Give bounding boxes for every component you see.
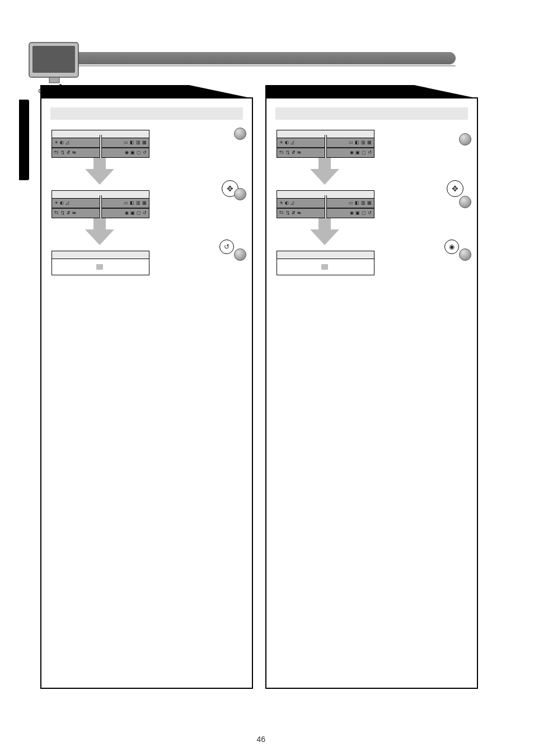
result-panel (277, 251, 374, 275)
left-steps: ☀ ◐ ◿ ▭ ◧ ▥ ▦ ⮀ ⮁ ⇵ ⇆ (49, 130, 244, 280)
hsize-icon: ◧ (355, 140, 359, 145)
svg-rect-2 (49, 77, 59, 83)
reset-icon: ↺ (143, 151, 147, 155)
vsize-icon: ▥ (136, 140, 140, 145)
osd-icon-row-2: ⮀ ⮁ ⇵ ⇆ ◉ ▣ ▢ ↺ (277, 209, 374, 218)
flow-arrow-icon (85, 169, 114, 185)
info-icon: ▣ (355, 151, 360, 155)
pincushion-icon: ▦ (142, 140, 147, 145)
reset-icon: ↺ (368, 211, 372, 215)
contrast-icon: ◐ (60, 140, 64, 145)
arrow-button-callout-icon: ✥ (447, 180, 463, 197)
page-side-tab (19, 100, 29, 180)
temp-icon: ⇵ (292, 211, 296, 215)
language-icon: ◉ (125, 151, 129, 155)
temp-icon: ⇵ (67, 211, 71, 215)
step-dot-3-icon (234, 248, 246, 261)
degauss-icon: ⇆ (72, 211, 76, 215)
osd-icon-row-2: ⮀ ⮁ ⇵ ⇆ ◉ ▣ ▢ ↺ (52, 209, 149, 218)
hpos-icon: ▭ (124, 140, 128, 145)
right-step-2: ✥ ☀ ◐ ◿ ▭ ◧ ▥ ▦ (277, 190, 469, 218)
result-panel (51, 251, 149, 275)
step-dot-1-icon (234, 128, 246, 140)
language-icon: ◉ (350, 211, 354, 215)
result-body (277, 259, 374, 275)
content-columns: ☀ ◐ ◿ ▭ ◧ ▥ ▦ ⮀ ⮁ ⇵ ⇆ (40, 97, 478, 689)
result-body (52, 259, 149, 275)
osd-panel: ☀ ◐ ◿ ▭ ◧ ▥ ▦ ⮀ ⮁ ⇵ ⇆ (277, 130, 374, 158)
flow-arrow-icon (85, 229, 114, 245)
osdpos-icon: ▢ (137, 211, 141, 215)
contrast-icon: ◐ (60, 201, 64, 205)
hpos-icon: ▭ (349, 201, 353, 205)
pincushion-icon: ▦ (367, 201, 372, 205)
zoom-icon: ⮀ (54, 151, 59, 155)
left-panel: ☀ ◐ ◿ ▭ ◧ ▥ ▦ ⮀ ⮁ ⇵ ⇆ (40, 97, 253, 689)
right-panel-title (275, 107, 468, 120)
osd-panel: ☀ ◐ ◿ ▭ ◧ ▥ ▦ ⮀ ⮁ ⇵ ⇆ (51, 190, 149, 218)
banner-bar (78, 52, 456, 64)
banner-shadow (78, 65, 456, 67)
osd-panel: ☀ ◐ ◿ ▭ ◧ ▥ ▦ ⮀ ⮁ ⇵ ⇆ (277, 190, 374, 218)
step-dot-1-icon (459, 133, 471, 145)
hsize-icon: ◧ (355, 201, 359, 205)
brightness-icon: ☀ (54, 140, 58, 145)
degauss-icon: ⇆ (297, 151, 301, 155)
trapezoid-icon: ◿ (65, 201, 69, 205)
trapezoid-icon: ◿ (291, 140, 294, 145)
trapezoid-icon: ◿ (291, 201, 294, 205)
right-step-3 (277, 251, 469, 275)
right-step-1: ☀ ◐ ◿ ▭ ◧ ▥ ▦ ⮀ ⮁ ⇵ ⇆ (277, 130, 469, 158)
vsize-icon: ▥ (136, 201, 140, 205)
left-step-2: ✥ ☀ ◐ ◿ ▭ ◧ ▥ ▦ (51, 190, 244, 218)
contrast-icon: ◐ (285, 140, 289, 145)
result-indicator-icon (96, 264, 103, 270)
step-dot-3-icon (459, 248, 471, 261)
hsize-icon: ◧ (130, 201, 134, 205)
pincushion-icon: ▦ (142, 201, 147, 205)
degauss-icon: ⇆ (297, 211, 301, 215)
temp-icon: ⇵ (67, 151, 71, 155)
brightness-icon: ☀ (54, 201, 58, 205)
page-banner (39, 44, 456, 75)
right-panel-header-shape (265, 85, 478, 98)
zoom-icon: ⮀ (54, 211, 59, 215)
hsize-icon: ◧ (130, 140, 134, 145)
rotation-icon: ⮁ (285, 211, 290, 215)
hpos-icon: ▭ (349, 140, 353, 145)
rotation-icon: ⮁ (60, 211, 65, 215)
brightness-icon: ☀ (279, 201, 283, 205)
degauss-icon: ⇆ (72, 151, 76, 155)
result-header (52, 251, 149, 259)
osd-icon-row-2: ⮀ ⮁ ⇵ ⇆ ◉ ▣ ▢ ↺ (52, 148, 149, 157)
info-icon: ▣ (355, 211, 360, 215)
vsize-icon: ▥ (361, 140, 366, 145)
rotation-icon: ⮁ (60, 151, 65, 155)
zoom-icon: ⮀ (279, 211, 284, 215)
osd-icon-row-2: ⮀ ⮁ ⇵ ⇆ ◉ ▣ ▢ ↺ (277, 148, 374, 157)
pincushion-icon: ▦ (367, 140, 372, 145)
language-icon: ◉ (125, 211, 129, 215)
trapezoid-icon: ◿ (65, 140, 69, 145)
vsize-icon: ▥ (361, 201, 366, 205)
hpos-icon: ▭ (124, 201, 128, 205)
info-icon: ▣ (130, 211, 135, 215)
contrast-icon: ◐ (285, 201, 289, 205)
left-step-1: ☀ ◐ ◿ ▭ ◧ ▥ ▦ ⮀ ⮁ ⇵ ⇆ (51, 130, 244, 158)
svg-rect-1 (32, 46, 75, 73)
right-panel: ☀ ◐ ◿ ▭ ◧ ▥ ▦ ⮀ ⮁ ⇵ ⇆ (265, 97, 478, 689)
page-number: 46 (256, 735, 265, 744)
osdpos-icon: ▢ (362, 151, 366, 155)
right-steps: ☀ ◐ ◿ ▭ ◧ ▥ ▦ ⮀ ⮁ ⇵ ⇆ (274, 130, 469, 280)
flow-arrow-icon (310, 169, 339, 185)
left-step-3 (51, 251, 244, 275)
result-header (277, 251, 374, 259)
osdpos-icon: ▢ (362, 211, 366, 215)
osdpos-icon: ▢ (137, 151, 141, 155)
left-panel-header-shape (40, 85, 253, 98)
left-panel-title (50, 107, 243, 120)
flow-arrow-icon (310, 229, 339, 245)
language-icon: ◉ (350, 151, 354, 155)
info-icon: ▣ (130, 151, 135, 155)
step-dot-2-icon (234, 188, 246, 200)
